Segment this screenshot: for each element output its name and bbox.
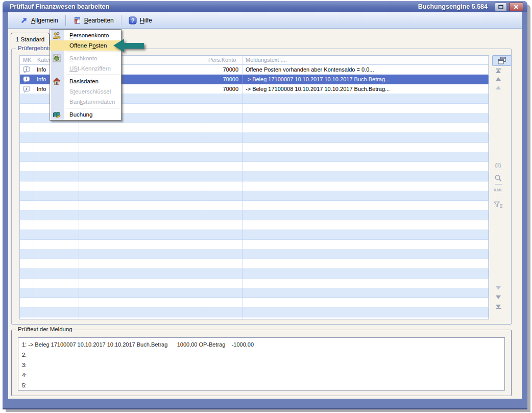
info-bubble-icon: i xyxy=(23,86,30,93)
grid-cell xyxy=(79,269,205,278)
grid-cell xyxy=(79,152,205,162)
grid-cell xyxy=(20,240,34,249)
grid-cell xyxy=(79,220,205,230)
grid-cell: -> Beleg 17100008 10.10.2017 10.10.2017 … xyxy=(243,84,489,94)
grid-cell xyxy=(20,181,34,191)
menubar-item-label: Allgemein xyxy=(31,17,58,24)
menu-item-offene-posten[interactable]: Offene Posten xyxy=(50,40,121,51)
table-row-empty xyxy=(20,230,489,240)
grid-cell xyxy=(79,123,205,132)
grid-column-header-pers-konto[interactable]: Pers.Konto xyxy=(205,56,243,64)
scroll-down-button[interactable] xyxy=(490,295,507,299)
menu-item-buchung[interactable]: Buchung xyxy=(50,109,121,120)
grid-column-header-mk[interactable]: MK xyxy=(20,56,34,64)
grid-cell xyxy=(205,211,243,220)
menubar-item-hilfe[interactable]: ?Hilfe xyxy=(124,15,157,26)
grid-cell xyxy=(34,143,79,152)
menu-item-bankstammdaten: Bankstammdaten xyxy=(50,97,121,107)
grid-cell xyxy=(79,240,205,249)
grid-cell xyxy=(79,308,205,317)
grid-cell xyxy=(243,94,489,103)
grid-cell xyxy=(205,201,243,210)
grid-cell xyxy=(243,211,489,220)
grid-cell xyxy=(34,308,79,317)
grid-cell xyxy=(243,152,489,162)
house-icon xyxy=(53,77,61,85)
table-row-empty xyxy=(20,172,489,181)
tab-standard[interactable]: 1 Standard xyxy=(11,33,50,45)
grid-cell: i xyxy=(20,65,34,74)
app-window: Prüflauf Finanzwesen bearbeiten Buchungs… xyxy=(3,1,527,408)
grid-cell xyxy=(20,133,34,142)
menu-item-steuerschlüssel: Steuerschlüssel xyxy=(50,86,121,97)
detail-groupbox: Prüftext der Meldung 1: -> Beleg 1710000… xyxy=(11,330,512,396)
menubar-separator xyxy=(121,15,122,26)
edit-tool-icon xyxy=(73,16,81,25)
menu-item-label: Offene Posten xyxy=(69,42,107,49)
menubar-item-allgemein[interactable]: Allgemein xyxy=(15,15,63,26)
filter-button[interactable] xyxy=(490,201,507,209)
grid-cell xyxy=(205,240,243,249)
table-row-empty xyxy=(20,152,489,162)
grid-column-header-meldungstext-[interactable]: Meldungstext .... xyxy=(243,56,489,64)
menu-item-label: Personenkonto xyxy=(69,32,109,38)
copy-grid-button[interactable] xyxy=(492,55,512,66)
close-icon xyxy=(514,5,519,9)
scroll-up-button[interactable] xyxy=(490,77,507,81)
grid-cell xyxy=(79,133,205,142)
menu-item-label: Sachkonto xyxy=(69,55,97,61)
restore-button[interactable] xyxy=(495,3,507,11)
close-button[interactable] xyxy=(509,3,523,11)
help-icon: ? xyxy=(129,16,137,25)
grid-cell xyxy=(243,308,489,317)
grid-cell xyxy=(20,152,34,162)
grid-cell xyxy=(243,191,489,200)
persons-icon xyxy=(53,31,61,39)
scroll-to-bottom-button[interactable] xyxy=(490,305,507,309)
grid-cell xyxy=(79,317,205,319)
grid-cell xyxy=(20,123,34,132)
scroll-down-alt-button[interactable] xyxy=(490,286,507,290)
grid-cell xyxy=(79,298,205,307)
client-area: 1 Standard Prüfergebnis MKKategoriePers.… xyxy=(8,29,522,399)
grid-cell xyxy=(34,240,79,249)
grid-cell xyxy=(20,143,34,152)
arrow-ne-icon xyxy=(20,16,28,25)
table-row-empty xyxy=(20,133,489,143)
title-bar[interactable]: Prüflauf Finanzwesen bearbeiten Buchungs… xyxy=(3,1,527,12)
table-row-empty xyxy=(20,259,489,269)
detail-text-line: 5: xyxy=(22,380,504,391)
grid-cell xyxy=(34,211,79,220)
magnifier-button[interactable] xyxy=(490,174,507,185)
grid-cell xyxy=(20,162,34,171)
table-row-empty xyxy=(20,308,489,317)
grid-cell xyxy=(34,201,79,210)
table-row-empty xyxy=(20,240,489,249)
grid-cell xyxy=(20,317,34,319)
grid-cell xyxy=(34,259,79,268)
grid-cell xyxy=(34,279,79,288)
scroll-up-alt-button[interactable] xyxy=(490,86,507,89)
grid-cell xyxy=(20,249,34,259)
svg-text:?: ? xyxy=(131,17,134,24)
menu-item-personenkonto[interactable]: Personenkonto xyxy=(50,30,121,40)
menu-item-basisdaten[interactable]: Basisdaten xyxy=(50,76,121,86)
scroll-to-top-button[interactable] xyxy=(490,68,507,73)
menubar-item-bearbeiten[interactable]: Bearbeiten xyxy=(68,15,118,26)
table-row-empty xyxy=(20,279,489,288)
xml-button[interactable]: XML xyxy=(490,188,507,194)
paren-i-button[interactable]: (I) xyxy=(490,163,507,170)
grid-cell xyxy=(243,298,489,307)
grid-cell xyxy=(79,211,205,220)
grid-cell xyxy=(205,172,243,181)
grid-cell xyxy=(243,317,489,319)
grid-cell: Offene Posten vorhanden aber Kontensaldo… xyxy=(243,65,489,74)
grid-cell xyxy=(205,298,243,307)
menubar-separator xyxy=(65,15,66,26)
table-row-empty xyxy=(20,143,489,152)
annotation-arrow-shaft xyxy=(123,43,144,49)
grid-cell xyxy=(205,143,243,152)
grid-cell xyxy=(34,152,79,162)
annotation-arrow-icon xyxy=(113,39,145,53)
info-bubble-icon: i xyxy=(23,76,30,83)
